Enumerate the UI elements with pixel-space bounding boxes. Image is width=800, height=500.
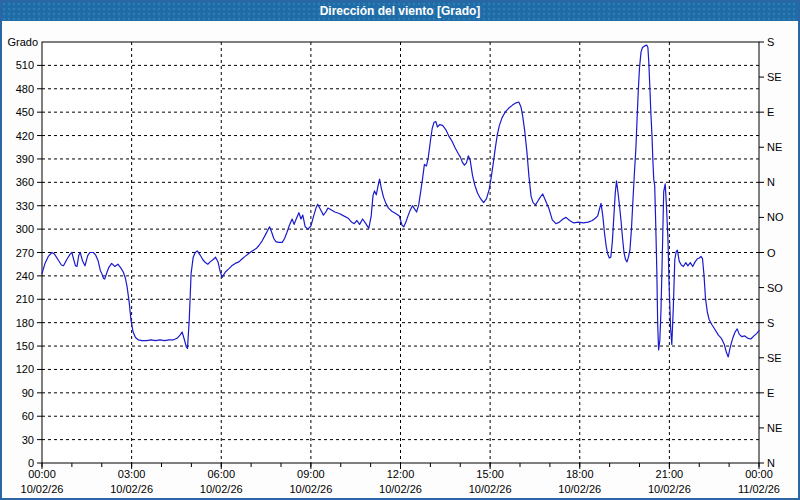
x-axis-time-label: 03:00 — [118, 468, 146, 480]
x-axis-time-label: 06:00 — [207, 468, 235, 480]
wind-direction-chart: 0306090120150180210240270300330360390420… — [2, 2, 800, 500]
y-axis-tick-label: 90 — [22, 387, 34, 399]
y-axis-tick-label: 300 — [16, 223, 34, 235]
chart-window: Dirección del viento [Grado] 03060901201… — [0, 0, 800, 500]
right-axis-tick-label: E — [767, 387, 774, 399]
y-axis-tick-label: 240 — [16, 270, 34, 282]
x-axis-date-label: 10/02/26 — [289, 483, 332, 495]
y-axis-tick-label: 480 — [16, 83, 34, 95]
y-axis-tick-label: 330 — [16, 200, 34, 212]
right-axis-tick-label: N — [767, 457, 775, 469]
window-title: Dirección del viento [Grado] — [320, 4, 481, 18]
y-axis-tick-label: 510 — [16, 59, 34, 71]
x-axis-time-label: 12:00 — [387, 468, 415, 480]
x-axis-time-label: 15:00 — [476, 468, 504, 480]
y-axis-tick-label: 270 — [16, 247, 34, 259]
y-axis-tick-label: 360 — [16, 176, 34, 188]
x-axis-date-label: 10/02/26 — [21, 483, 64, 495]
right-axis-tick-label: O — [767, 247, 776, 259]
right-axis-tick-label: E — [767, 106, 774, 118]
right-axis-tick-label: S — [767, 36, 774, 48]
x-axis-date-label: 11/02/26 — [738, 483, 780, 495]
y-axis-tick-label: 450 — [16, 106, 34, 118]
right-axis-tick-label: N — [767, 176, 775, 188]
x-axis-time-label: 00:00 — [745, 468, 773, 480]
x-axis-date-label: 10/02/26 — [200, 483, 243, 495]
y-axis-unit-label: Grado — [7, 36, 38, 48]
title-bar: Dirección del viento [Grado] — [2, 2, 798, 21]
right-axis-tick-label: NE — [767, 141, 782, 153]
y-axis-tick-label: 120 — [16, 363, 34, 375]
right-axis-tick-label: NO — [767, 211, 784, 223]
x-axis-time-label: 00:00 — [28, 468, 56, 480]
x-axis-time-label: 18:00 — [566, 468, 594, 480]
y-axis-tick-label: 390 — [16, 153, 34, 165]
y-axis-tick-label: 30 — [22, 434, 34, 446]
y-axis-tick-label: 60 — [22, 410, 34, 422]
x-axis-date-label: 10/02/26 — [379, 483, 422, 495]
right-axis-tick-label: SE — [767, 71, 782, 83]
right-axis-tick-label: NE — [767, 422, 782, 434]
y-axis-tick-label: 180 — [16, 317, 34, 329]
right-axis-tick-label: S — [767, 317, 774, 329]
x-axis-time-label: 21:00 — [656, 468, 684, 480]
x-axis-time-label: 09:00 — [297, 468, 325, 480]
x-axis-date-label: 10/02/26 — [648, 483, 691, 495]
y-axis-tick-label: 150 — [16, 340, 34, 352]
right-axis-tick-label: SO — [767, 282, 783, 294]
y-axis-tick-label: 420 — [16, 130, 34, 142]
x-axis-date-label: 10/02/26 — [558, 483, 601, 495]
y-axis-tick-label: 210 — [16, 293, 34, 305]
x-axis-date-label: 10/02/26 — [110, 483, 153, 495]
right-axis-tick-label: SE — [767, 352, 782, 364]
x-axis-date-label: 10/02/26 — [469, 483, 512, 495]
